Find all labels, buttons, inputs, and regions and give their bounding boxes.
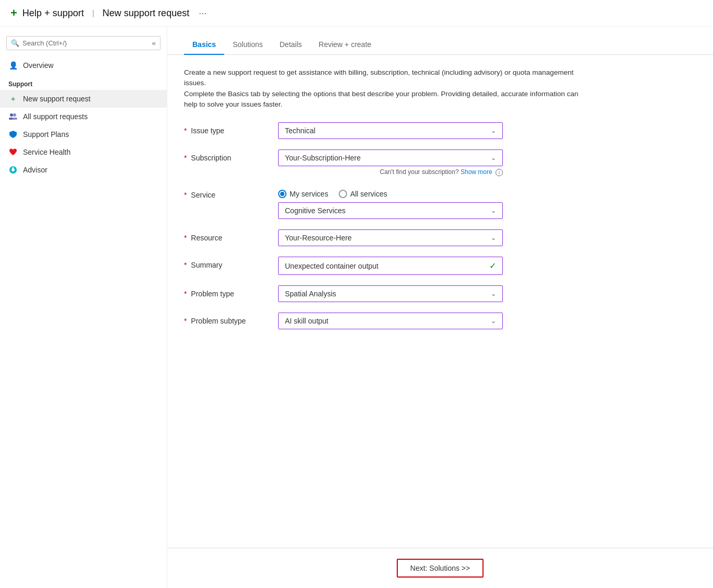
sidebar-item-all-support[interactable]: All support requests	[0, 108, 167, 125]
search-icon: 🔍	[11, 39, 19, 47]
tab-solutions[interactable]: Solutions	[224, 35, 271, 55]
problem-type-chevron: ⌄	[491, 290, 496, 297]
description-line2: Complete the Basics tab by selecting the…	[184, 89, 592, 110]
service-health-icon	[8, 147, 18, 157]
problem-subtype-value: AI skill output	[285, 317, 328, 325]
service-control: My services All services Cognitive Servi…	[278, 187, 503, 219]
resource-row: * Resource Your-Resource-Here ⌄	[184, 229, 696, 246]
tab-basics[interactable]: Basics	[184, 35, 224, 55]
issue-type-required-marker: *	[184, 126, 187, 135]
all-services-radio-button[interactable]	[339, 190, 347, 198]
sidebar-item-advisor-label: Advisor	[23, 166, 48, 174]
service-radio-group: My services All services	[278, 187, 503, 198]
issue-type-control: Technical ⌄	[278, 122, 503, 139]
advisor-icon	[8, 165, 18, 175]
subscription-show-more-link[interactable]: Show more	[461, 168, 492, 176]
problem-type-row: * Problem type Spatial Analysis ⌄	[184, 285, 696, 302]
search-box[interactable]: 🔍 Search (Ctrl+/) «	[6, 36, 160, 50]
subscription-row: * Subscription Your-Subscription-Here ⌄ …	[184, 149, 696, 176]
issue-type-label: * Issue type	[184, 122, 268, 135]
resource-chevron: ⌄	[491, 234, 496, 241]
resource-control: Your-Resource-Here ⌄	[278, 229, 503, 246]
summary-control: Unexpected container output ✓	[278, 257, 503, 275]
content-area: Basics Solutions Details Review + create…	[167, 27, 713, 588]
tab-review-create[interactable]: Review + create	[310, 35, 380, 55]
sidebar-item-advisor[interactable]: Advisor	[0, 161, 167, 179]
problem-subtype-label: * Problem subtype	[184, 313, 268, 325]
service-required-marker: *	[184, 191, 187, 199]
summary-input[interactable]: Unexpected container output ✓	[278, 257, 503, 275]
search-input[interactable]: Search (Ctrl+/)	[22, 39, 67, 47]
main-layout: 🔍 Search (Ctrl+/) « 👤 Overview Support +…	[0, 27, 713, 588]
svg-point-1	[13, 113, 16, 117]
issue-type-value: Technical	[285, 126, 315, 135]
service-label: * Service	[184, 187, 268, 199]
resource-required-marker: *	[184, 234, 187, 242]
problem-subtype-control: AI skill output ⌄	[278, 313, 503, 329]
issue-type-chevron: ⌄	[491, 127, 496, 134]
collapse-button[interactable]: «	[152, 39, 156, 47]
subscription-hint: Can't find your subscription? Show more …	[278, 168, 503, 176]
new-support-icon: +	[8, 94, 18, 103]
subscription-value: Your-Subscription-Here	[285, 154, 361, 162]
service-value: Cognitive Services	[285, 206, 346, 215]
description-line1: Create a new support request to get assi…	[184, 67, 592, 89]
sidebar-section-support: Support	[0, 74, 167, 90]
service-my-services-radio[interactable]: My services	[278, 190, 328, 198]
header-separator: |	[92, 9, 94, 17]
all-support-icon	[8, 112, 18, 121]
resource-value: Your-Resource-Here	[285, 234, 352, 242]
sidebar-item-all-support-label: All support requests	[23, 112, 88, 121]
problem-type-value: Spatial Analysis	[285, 290, 336, 298]
issue-type-select[interactable]: Technical ⌄	[278, 122, 503, 139]
description: Create a new support request to get assi…	[184, 67, 592, 110]
sidebar: 🔍 Search (Ctrl+/) « 👤 Overview Support +…	[0, 27, 167, 588]
all-services-label: All services	[350, 190, 387, 198]
service-select[interactable]: Cognitive Services ⌄	[278, 202, 503, 219]
sidebar-item-overview[interactable]: 👤 Overview	[0, 56, 167, 74]
problem-type-required-marker: *	[184, 290, 187, 298]
plans-icon	[8, 130, 18, 139]
subscription-select[interactable]: Your-Subscription-Here ⌄	[278, 149, 503, 166]
header-subtitle: New support request	[102, 8, 189, 19]
problem-type-select[interactable]: Spatial Analysis ⌄	[278, 285, 503, 302]
subscription-label: * Subscription	[184, 149, 268, 162]
my-services-radio-button[interactable]	[278, 190, 286, 198]
problem-type-label: * Problem type	[184, 285, 268, 298]
summary-check-icon: ✓	[489, 261, 496, 271]
sidebar-item-service-health-label: Service Health	[23, 148, 71, 156]
summary-row: * Summary Unexpected container output ✓	[184, 257, 696, 275]
resource-select[interactable]: Your-Resource-Here ⌄	[278, 229, 503, 246]
next-solutions-button[interactable]: Next: Solutions >>	[397, 559, 484, 578]
sidebar-item-new-support[interactable]: + New support request	[0, 90, 167, 108]
page-header: + Help + support | New support request ·…	[0, 0, 713, 27]
problem-subtype-required-marker: *	[184, 317, 187, 325]
sidebar-item-plans[interactable]: Support Plans	[0, 125, 167, 143]
sidebar-item-overview-label: Overview	[23, 61, 53, 70]
service-chevron: ⌄	[491, 207, 496, 214]
overview-icon: 👤	[8, 61, 18, 70]
sidebar-item-service-health[interactable]: Service Health	[0, 143, 167, 161]
subscription-info-icon: i	[496, 169, 503, 176]
svg-point-0	[10, 113, 13, 117]
sidebar-item-new-support-label: New support request	[23, 95, 90, 103]
summary-label: * Summary	[184, 257, 268, 269]
tab-details[interactable]: Details	[271, 35, 310, 55]
svg-rect-3	[12, 118, 17, 120]
header-more-button[interactable]: ···	[199, 8, 206, 19]
problem-type-control: Spatial Analysis ⌄	[278, 285, 503, 302]
service-row: * Service My services All services	[184, 187, 696, 219]
service-all-services-radio[interactable]: All services	[339, 190, 387, 198]
subscription-control: Your-Subscription-Here ⌄ Can't find your…	[278, 149, 503, 176]
form-area: Create a new support request to get assi…	[167, 55, 713, 548]
summary-value: Unexpected container output	[285, 262, 378, 270]
subscription-required-marker: *	[184, 154, 187, 162]
my-services-label: My services	[290, 190, 328, 198]
sidebar-item-plans-label: Support Plans	[23, 130, 69, 139]
problem-subtype-select[interactable]: AI skill output ⌄	[278, 313, 503, 329]
subscription-chevron: ⌄	[491, 154, 496, 162]
problem-subtype-chevron: ⌄	[491, 317, 496, 325]
svg-point-5	[12, 168, 15, 171]
header-title: Help + support	[22, 8, 84, 19]
problem-subtype-row: * Problem subtype AI skill output ⌄	[184, 313, 696, 329]
